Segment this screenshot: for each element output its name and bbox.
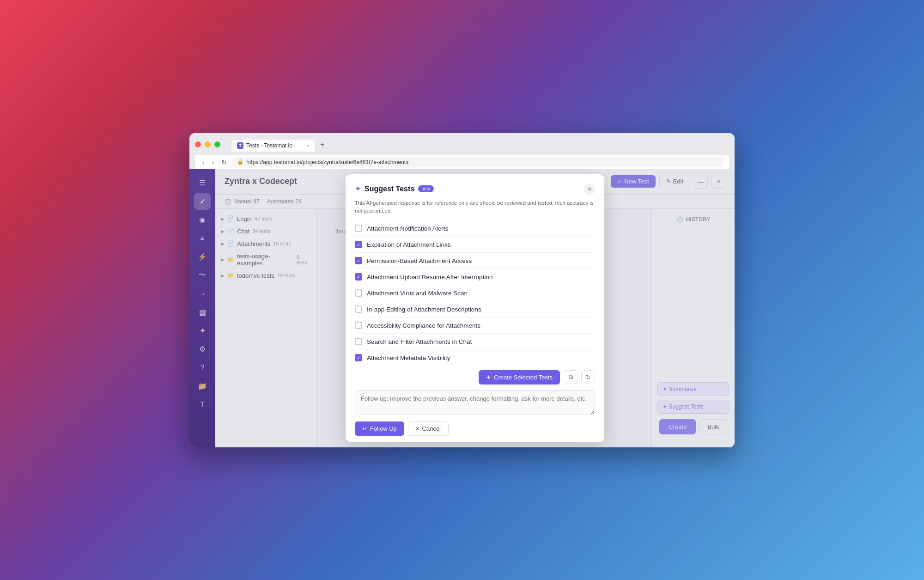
copy-btn[interactable]: ⧉ — [564, 370, 578, 384]
browser-chrome: T Tests - Testomat.io × + ‹ › ↻ 🔒 https:… — [189, 133, 735, 169]
test-item-3: ✓ Permission-Based Attachment Access — [355, 253, 595, 269]
new-tab-btn[interactable]: + — [316, 138, 328, 152]
checkbox-9[interactable]: ✓ — [355, 354, 362, 361]
test-item-1: Attachment Notification Alerts — [355, 220, 595, 237]
checkbox-7[interactable] — [355, 322, 362, 329]
browser-window: T Tests - Testomat.io × + ‹ › ↻ 🔒 https:… — [189, 133, 735, 447]
sidebar-icon-grid[interactable]: ▦ — [194, 304, 211, 321]
checkbox-5[interactable] — [355, 289, 362, 297]
forward-btn[interactable]: › — [210, 158, 216, 167]
sidebar-icon-wave[interactable]: 〜 — [194, 267, 211, 284]
test-item-2: ✓ Expiration of Attachment Links — [355, 237, 595, 253]
modal-title-row: ✦ Suggest Tests beta — [355, 184, 434, 193]
checkbox-6[interactable] — [355, 305, 362, 313]
followup-icon: ↵ — [362, 425, 367, 432]
test-label-1: Attachment Notification Alerts — [367, 225, 448, 232]
modal-disclaimer: This AI-generated response is for refere… — [346, 199, 604, 221]
sidebar-icon-folder[interactable]: 📁 — [194, 378, 211, 395]
test-label-3: Permission-Based Attachment Access — [367, 257, 472, 264]
followup-textarea[interactable] — [355, 390, 595, 415]
sidebar-icon-play[interactable]: ◉ — [194, 212, 211, 228]
test-label-2: Expiration of Attachment Links — [367, 241, 451, 248]
sidebar-icon-star[interactable]: ✦ — [194, 323, 211, 339]
modal-title: Suggest Tests — [365, 185, 414, 193]
cancel-btn[interactable]: × Cancel — [408, 421, 449, 436]
refresh-btn[interactable]: ↻ — [581, 370, 595, 384]
create-selected-btn[interactable]: ✦ Create Selected Tests — [479, 370, 560, 385]
test-item-6: In-app Editing of Attachment Description… — [355, 301, 595, 317]
bottom-btns: ↵ Follow Up × Cancel — [355, 421, 595, 436]
test-label-9: Attachment Metadata Visibility — [367, 354, 450, 361]
test-item-5: Attachment Virus and Malware Scan — [355, 285, 595, 301]
checkbox-3[interactable]: ✓ — [355, 257, 362, 264]
create-sparkle-icon: ✦ — [486, 374, 491, 381]
test-label-6: In-app Editing of Attachment Description… — [367, 306, 481, 313]
checkbox-2[interactable]: ✓ — [355, 241, 362, 248]
test-label-4: Attachment Upload Resume After Interrupt… — [367, 274, 492, 281]
checkbox-4[interactable]: ✓ — [355, 273, 362, 281]
tab-title: Tests - Testomat.io — [246, 142, 292, 149]
back-btn[interactable]: ‹ — [201, 158, 207, 167]
sidebar-icon-bolt[interactable]: ⚡ — [194, 249, 211, 265]
modal-footer: ✦ Create Selected Tests ⧉ ↻ ↵ Follow Up — [346, 364, 604, 442]
cancel-icon: × — [416, 425, 419, 432]
sidebar-icon-logo[interactable]: T — [194, 397, 211, 413]
sidebar-icon-list[interactable]: ≡ — [194, 230, 211, 247]
modal-overlay: ✦ Suggest Tests beta × This AI-generated… — [215, 169, 735, 447]
browser-tab-active[interactable]: T Tests - Testomat.io × — [231, 140, 315, 152]
sidebar-icon-check[interactable]: ✓ — [194, 193, 211, 210]
checkbox-1[interactable] — [355, 225, 362, 232]
beta-badge: beta — [418, 185, 433, 192]
sidebar: ☰ ✓ ◉ ≡ ⚡ 〜 → ▦ ✦ ⚙ ? 📁 T — [189, 169, 215, 447]
reload-btn[interactable]: ↻ — [219, 158, 229, 167]
app-content: ☰ ✓ ◉ ≡ ⚡ 〜 → ▦ ✦ ⚙ ? 📁 T Zyntra x Codec… — [189, 169, 735, 447]
sidebar-icon-arrow[interactable]: → — [194, 286, 211, 302]
browser-controls: T Tests - Testomat.io × + — [195, 138, 729, 152]
sidebar-icon-help[interactable]: ? — [194, 360, 211, 376]
modal-body: Attachment Notification Alerts ✓ Expirat… — [346, 220, 604, 364]
suggest-tests-modal: ✦ Suggest Tests beta × This AI-generated… — [346, 174, 604, 442]
test-label-5: Attachment Virus and Malware Scan — [367, 290, 468, 297]
tab-close-btn[interactable]: × — [306, 143, 309, 148]
test-item-8: Search and Filter Attachments in Chat — [355, 334, 595, 350]
tab-bar: T Tests - Testomat.io × + — [231, 138, 328, 152]
sidebar-icon-gear[interactable]: ⚙ — [194, 341, 211, 358]
test-label-8: Search and Filter Attachments in Chat — [367, 338, 472, 345]
modal-header: ✦ Suggest Tests beta × — [346, 174, 604, 199]
test-label-7: Accessibility Compliance for Attachments — [367, 322, 480, 329]
test-item-7: Accessibility Compliance for Attachments — [355, 317, 595, 334]
lock-icon: 🔒 — [237, 159, 243, 165]
checkbox-8[interactable] — [355, 338, 362, 345]
modal-close-btn[interactable]: × — [584, 183, 595, 195]
address-bar-row: ‹ › ↻ 🔒 https://app.testomat.io/projects… — [195, 155, 729, 169]
traffic-light-green[interactable] — [214, 141, 220, 147]
test-item-4: ✓ Attachment Upload Resume After Interru… — [355, 269, 595, 285]
followup-btn[interactable]: ↵ Follow Up — [355, 421, 404, 436]
address-text: https://app.testomat.io/projects/zyntra/… — [246, 159, 408, 165]
main-area: Zyntra x Codecept emoji ✓ New Test ✎ Edi… — [215, 169, 735, 447]
sidebar-icon-menu[interactable]: ☰ — [194, 175, 211, 191]
actions-row: ✦ Create Selected Tests ⧉ ↻ — [355, 370, 595, 385]
tab-favicon: T — [237, 142, 243, 149]
traffic-light-yellow[interactable] — [205, 141, 211, 147]
address-bar[interactable]: 🔒 https://app.testomat.io/projects/zyntr… — [232, 157, 723, 167]
sparkle-icon: ✦ — [355, 184, 361, 193]
traffic-light-red[interactable] — [195, 141, 201, 147]
test-item-9: ✓ Attachment Metadata Visibility — [355, 350, 595, 364]
